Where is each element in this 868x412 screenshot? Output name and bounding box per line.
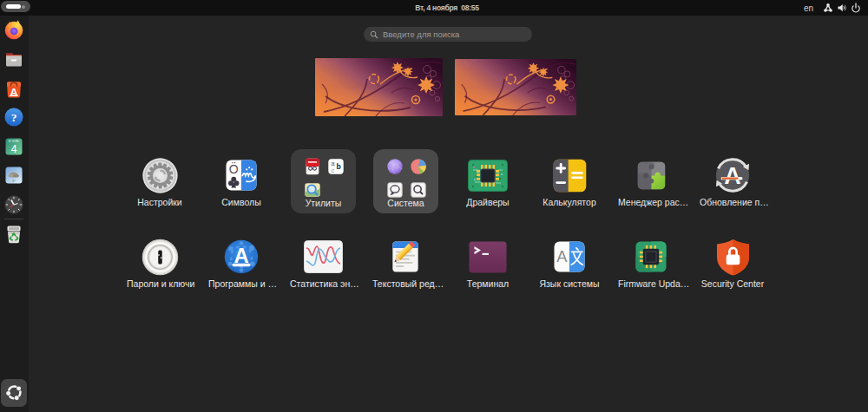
svg-text:4: 4	[11, 143, 17, 155]
svg-text:b: b	[337, 162, 341, 171]
svg-text:3°: 3°	[12, 179, 16, 183]
svg-text:c: c	[331, 167, 334, 174]
svg-text:A: A	[724, 163, 740, 189]
svg-text:A: A	[10, 86, 18, 99]
svg-text:A: A	[556, 247, 568, 265]
svg-text:Ö: Ö	[229, 161, 239, 176]
svg-text:?: ?	[11, 111, 17, 124]
